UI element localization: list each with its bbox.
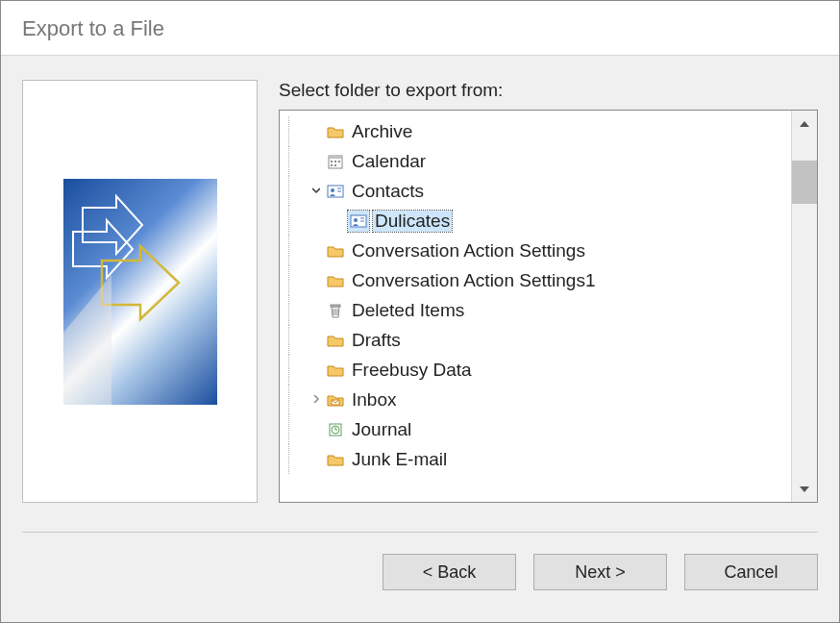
wizard-image-panel bbox=[22, 80, 258, 503]
tree-item-label: Conversation Action Settings bbox=[350, 240, 587, 262]
svg-rect-8 bbox=[334, 164, 336, 166]
trash-icon bbox=[325, 300, 346, 321]
tree-item[interactable]: Contacts bbox=[280, 176, 791, 206]
svg-point-10 bbox=[331, 188, 334, 192]
scroll-track[interactable] bbox=[792, 137, 817, 476]
separator bbox=[22, 532, 818, 533]
contacts-icon bbox=[348, 211, 369, 232]
cancel-button[interactable]: Cancel bbox=[684, 554, 818, 590]
svg-point-14 bbox=[354, 218, 358, 222]
svg-rect-1 bbox=[329, 156, 342, 159]
tree-item[interactable]: Journal bbox=[280, 414, 791, 444]
wizard-decorative-image bbox=[63, 179, 217, 405]
tree-item[interactable]: Drafts bbox=[280, 325, 791, 355]
tree-item-label: Conversation Action Settings1 bbox=[350, 270, 598, 291]
tree-item[interactable]: Calendar bbox=[280, 146, 791, 176]
tree-item-label: Deleted Items bbox=[350, 300, 466, 321]
scrollbar[interactable] bbox=[791, 111, 817, 502]
wizard-body: Select folder to export from: ArchiveCal… bbox=[1, 55, 839, 622]
chevron-right-icon[interactable] bbox=[308, 394, 325, 405]
tree-item-label: Contacts bbox=[350, 181, 426, 202]
tree-item[interactable]: Junk E-mail bbox=[280, 444, 791, 474]
tree-item[interactable]: Deleted Items bbox=[280, 295, 791, 325]
svg-rect-5 bbox=[334, 161, 336, 162]
tree-item[interactable]: Inbox bbox=[280, 385, 791, 414]
folder-icon bbox=[325, 121, 346, 142]
scroll-thumb[interactable] bbox=[792, 161, 817, 204]
tree-item[interactable]: Freebusy Data bbox=[280, 355, 791, 385]
folder-icon bbox=[325, 330, 346, 351]
next-button[interactable]: Next > bbox=[533, 554, 667, 590]
inbox-icon bbox=[325, 389, 346, 411]
tree-item-label: Journal bbox=[350, 419, 413, 440]
prompt-label: Select folder to export from: bbox=[279, 80, 818, 101]
back-button[interactable]: < Back bbox=[383, 554, 516, 590]
tree-item[interactable]: Dulicates bbox=[280, 206, 791, 236]
scroll-up-button[interactable] bbox=[792, 111, 817, 137]
folder-icon bbox=[325, 360, 346, 381]
journal-icon bbox=[325, 419, 346, 440]
tree-item-label: Inbox bbox=[350, 389, 398, 411]
tree-item-label: Dulicates bbox=[373, 211, 452, 232]
svg-rect-7 bbox=[331, 164, 333, 166]
scroll-down-button[interactable] bbox=[792, 476, 817, 502]
svg-rect-17 bbox=[331, 305, 340, 307]
tree-item[interactable]: Conversation Action Settings1 bbox=[280, 265, 791, 295]
tree-item[interactable]: Conversation Action Settings bbox=[280, 236, 791, 265]
tree-item-label: Archive bbox=[350, 121, 414, 142]
svg-rect-6 bbox=[338, 161, 340, 162]
folder-tree[interactable]: ArchiveCalendarContactsDulicatesConversa… bbox=[279, 110, 818, 503]
window-title: Export to a File bbox=[1, 1, 839, 55]
chevron-down-icon[interactable] bbox=[308, 186, 325, 196]
tree-item-label: Drafts bbox=[350, 330, 403, 351]
tree-item-label: Calendar bbox=[350, 151, 428, 172]
calendar-icon bbox=[325, 151, 346, 172]
folder-icon bbox=[325, 449, 346, 470]
tree-item-label: Freebusy Data bbox=[350, 360, 474, 381]
folder-icon bbox=[325, 240, 346, 262]
tree-item-label: Junk E-mail bbox=[350, 449, 449, 470]
button-row: < Back Next > Cancel bbox=[22, 554, 818, 590]
contacts-icon bbox=[325, 181, 346, 202]
folder-icon bbox=[325, 270, 346, 291]
svg-rect-4 bbox=[331, 161, 333, 162]
tree-item[interactable]: Archive bbox=[280, 116, 791, 146]
